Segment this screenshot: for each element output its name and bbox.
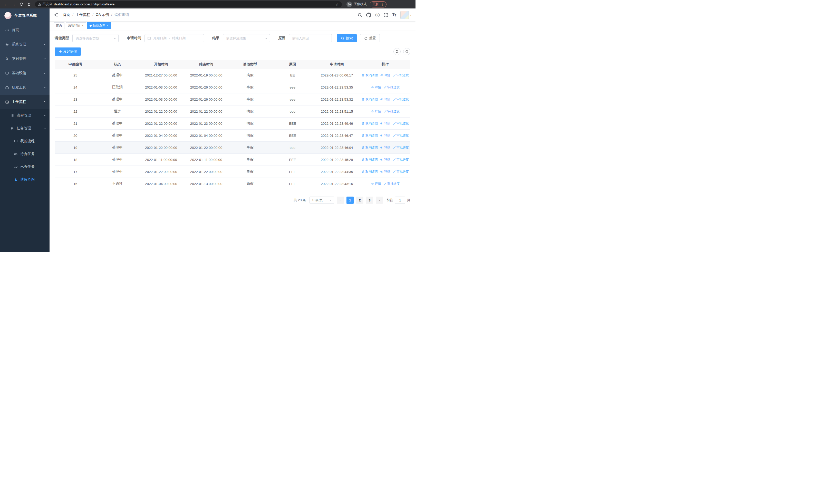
toggle-search-button[interactable] [394,48,401,55]
table-row[interactable]: 20 处理中 2022-01-04 00:00:00 2022-01-04 00… [55,129,410,142]
table-row[interactable]: 16 不通过 2022-01-04 00:00:00 2022-01-13 00… [55,178,410,190]
cancel-leave-link[interactable]: 取消请假 [362,157,378,162]
sidebar-item-workflow[interactable]: 工作流程 [0,95,50,109]
sidebar-item-home[interactable]: 首页 [0,23,50,37]
browser-menu-icon[interactable]: ⋮ [381,2,384,6]
approval-progress-link[interactable]: 审批进度 [393,134,409,138]
table-row[interactable]: 17 处理中 2022-01-22 00:00:00 2022-01-22 00… [55,166,410,178]
app-logo[interactable]: 芋道管理系统 [0,8,50,23]
breadcrumb-workflow[interactable]: 工作流程 [76,12,90,17]
goto-page-input[interactable] [395,197,405,204]
detail-link[interactable]: 详情 [380,97,390,101]
tab-home[interactable]: 首页 [54,22,64,29]
sidebar-item-todo-tasks[interactable]: 待办任务 [0,148,50,160]
sidebar-item-leave-query[interactable]: 请假查询 [0,173,50,186]
table-row[interactable]: 21 处理中 2022-01-22 00:00:00 2022-01-23 00… [55,118,410,129]
page-button-1[interactable]: 1 [346,197,354,204]
sidebar-item-infrastructure[interactable]: 基础设施 [0,66,50,80]
date-range-picker[interactable]: 开始日期 - 结束日期 [144,34,204,42]
approval-progress-link[interactable]: 审批进度 [383,182,400,186]
approval-progress-link[interactable]: 审批进度 [393,97,409,101]
page-button-3[interactable]: 3 [366,197,373,204]
sidebar-item-done-tasks[interactable]: 已办任务 [0,160,50,173]
search-icon[interactable] [358,13,362,17]
sidebar-item-payment[interactable]: ¥ 支付管理 [0,52,50,66]
detail-link[interactable]: 详情 [380,134,390,138]
approval-progress-link[interactable]: 审批进度 [393,170,409,174]
browser-back-icon[interactable]: ← [3,1,9,8]
page-size-select[interactable]: 10条/页 [310,197,334,204]
sidebar-item-process-mgmt[interactable]: 流程管理 [0,109,50,122]
refresh-table-button[interactable] [403,48,410,55]
sidebar-item-label: 支付管理 [12,56,26,61]
cancel-leave-link[interactable]: 取消请假 [362,97,378,101]
result-label: 结果 [212,36,220,40]
browser-update-button[interactable]: 更新 ⋮ [370,1,386,7]
browser-home-icon[interactable] [26,1,32,8]
sidebar-item-system[interactable]: 系统管理 [0,37,50,52]
sidebar-item-task-mgmt[interactable]: 任务管理 [0,122,50,135]
approval-progress-link[interactable]: 审批进度 [383,109,400,114]
search-button[interactable]: 搜索 [337,34,357,42]
cancel-leave-link[interactable]: 取消请假 [362,121,378,126]
tab-leave-query[interactable]: 请假查询 × [87,22,111,29]
detail-link[interactable]: 详情 [380,121,390,126]
detail-link[interactable]: 详情 [371,109,381,114]
security-warning[interactable]: 不安全 [38,2,52,6]
leave-type-input[interactable] [73,34,119,42]
cell-status: 处理中 [96,145,138,150]
detail-link[interactable]: 详情 [371,85,381,90]
browser-forward-icon[interactable]: → [10,1,17,8]
sidebar-toggle-icon[interactable] [54,12,59,18]
create-leave-button[interactable]: 发起请假 [55,48,81,56]
cancel-leave-link[interactable]: 取消请假 [362,73,378,78]
approval-progress-link[interactable]: 审批进度 [393,157,409,162]
detail-link[interactable]: 详情 [380,157,390,162]
cancel-leave-link[interactable]: 取消请假 [362,134,378,138]
help-icon[interactable]: ? [375,13,379,17]
table-row[interactable]: 25 处理中 2021-12-27 00:00:00 2022-01-19 00… [55,69,410,81]
leave-type-select[interactable] [73,34,119,42]
bookmark-star-icon[interactable]: ☆ [336,2,339,6]
approval-progress-link[interactable]: 审批进度 [393,73,409,78]
tab-process-detail[interactable]: 流程详情 × [66,22,86,29]
table-row[interactable]: 19 处理中 2022-01-22 00:00:00 2022-01-22 00… [55,142,410,154]
fullscreen-icon[interactable] [384,13,388,17]
address-bar[interactable]: 不安全 dashboard.yudao.iocoder.cn/bpm/oa/le… [35,1,342,7]
result-input[interactable] [223,34,270,42]
approval-progress-link[interactable]: 审批进度 [393,146,409,150]
detail-link[interactable]: 详情 [380,146,390,150]
table-row[interactable]: 18 处理中 2022-01-11 00:00:00 2022-01-11 00… [55,154,410,166]
sidebar-item-my-process[interactable]: 我的流程 [0,135,50,148]
user-avatar[interactable]: ▾ [400,11,411,19]
next-page-button[interactable]: › [376,197,383,204]
page-button-2[interactable]: 2 [356,197,364,204]
sidebar-item-label: 工作流程 [12,99,26,104]
close-icon[interactable]: × [107,24,109,27]
detail-link[interactable]: 详情 [371,182,381,186]
close-icon[interactable]: × [82,24,84,27]
table-row[interactable]: 22 通过 2022-01-22 00:00:00 2022-01-22 00:… [55,106,410,118]
reset-button[interactable]: 重置 [360,34,380,42]
result-select[interactable] [223,34,270,42]
eye-icon [380,146,383,149]
table-row[interactable]: 24 已取消 2022-01-03 00:00:00 2022-01-26 00… [55,81,410,93]
url-text[interactable]: dashboard.yudao.iocoder.cn/bpm/oa/leave [54,3,115,6]
breadcrumb-oa-example[interactable]: OA 示例 [96,12,109,17]
table-row[interactable]: 23 处理中 2022-01-03 00:00:00 2022-01-26 00… [55,93,410,106]
cancel-leave-link[interactable]: 取消请假 [362,146,378,150]
cancel-leave-link[interactable]: 取消请假 [362,170,378,174]
github-icon[interactable] [366,12,371,18]
sidebar-item-devtools[interactable]: 研发工具 [0,80,50,95]
plus-icon [59,50,62,53]
prev-page-button[interactable]: ‹ [337,197,344,204]
font-size-icon[interactable]: TT [392,13,396,17]
reason-input[interactable] [289,34,332,42]
detail-link[interactable]: 详情 [380,73,390,78]
approval-progress-link[interactable]: 审批进度 [383,85,400,90]
approval-progress-link[interactable]: 审批进度 [393,121,409,126]
detail-link[interactable]: 详情 [380,170,390,174]
browser-refresh-icon[interactable] [18,1,25,8]
security-label: 不安全 [42,2,52,6]
breadcrumb-home[interactable]: 首页 [63,12,70,17]
